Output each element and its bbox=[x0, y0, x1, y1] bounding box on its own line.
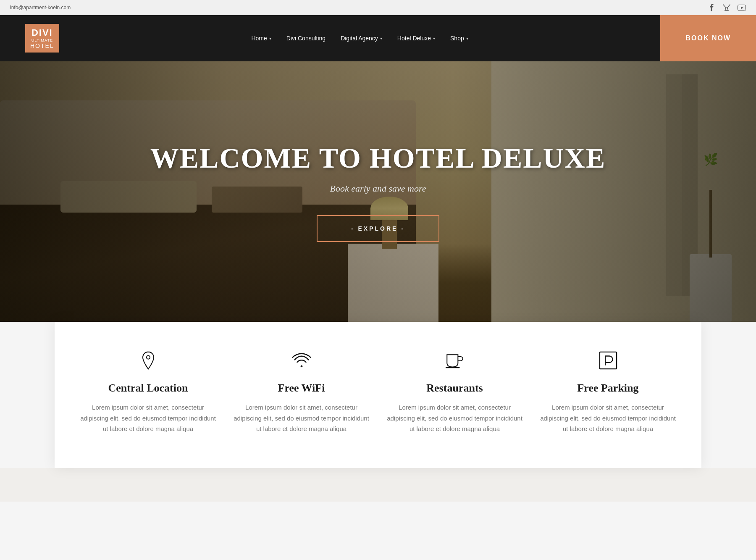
feature-parking-text: Lorem ipsum dolor sit amet, consectetur … bbox=[540, 402, 676, 434]
header: DIVI ULTIMATE HOTEL Home ▾ Divi Consulti… bbox=[0, 15, 756, 61]
svg-point-1 bbox=[146, 356, 150, 359]
email-address: info@apartment-koeln.com bbox=[10, 5, 71, 11]
youtube-icon[interactable] bbox=[738, 3, 746, 12]
hero-subtitle: Book early and save more bbox=[150, 183, 606, 194]
feature-restaurants-title: Restaurants bbox=[386, 382, 523, 394]
book-now-button[interactable]: BOOK NOW bbox=[660, 15, 756, 61]
hero-content: WELCOME TO HOTEL DELUXE Book early and s… bbox=[150, 142, 606, 242]
logo[interactable]: DIVI ULTIMATE HOTEL bbox=[25, 24, 59, 53]
nav-item-shop[interactable]: Shop ▾ bbox=[450, 35, 468, 42]
twitter-icon[interactable] bbox=[722, 3, 731, 12]
feature-parking-title: Free Parking bbox=[540, 382, 676, 394]
bottom-grey-area bbox=[0, 468, 756, 502]
feature-restaurants-text: Lorem ipsum dolor sit amet, consectetur … bbox=[386, 402, 523, 434]
chevron-down-icon: ▾ bbox=[380, 36, 382, 41]
explore-button[interactable]: - EXPLORE - bbox=[317, 215, 439, 242]
svg-rect-3 bbox=[599, 352, 616, 369]
main-nav: Home ▾ Divi Consulting Digital Agency ▾ … bbox=[251, 35, 468, 42]
chevron-down-icon: ▾ bbox=[433, 36, 435, 41]
coffee-cup-icon bbox=[386, 351, 523, 373]
feature-location-text: Lorem ipsum dolor sit amet, consectetur … bbox=[80, 402, 216, 434]
feature-wifi-text: Lorem ipsum dolor sit amet, consectetur … bbox=[233, 402, 370, 434]
logo-hotel-text: HOTEL bbox=[30, 42, 54, 49]
feature-wifi-title: Free WiFi bbox=[233, 382, 370, 394]
wifi-icon bbox=[233, 351, 370, 373]
logo-divi-text: DIVI bbox=[32, 27, 53, 38]
nav-item-hotel-deluxe[interactable]: Hotel Deluxe ▾ bbox=[397, 35, 435, 42]
logo-ultimate-text: ULTIMATE bbox=[32, 38, 53, 42]
hero-title: WELCOME TO HOTEL DELUXE bbox=[150, 142, 606, 175]
feature-location-title: Central Location bbox=[80, 382, 216, 394]
nav-item-digital-agency[interactable]: Digital Agency ▾ bbox=[341, 35, 382, 42]
feature-wifi: Free WiFi Lorem ipsum dolor sit amet, co… bbox=[233, 351, 370, 434]
feature-parking: Free Parking Lorem ipsum dolor sit amet,… bbox=[540, 351, 676, 434]
feature-restaurants: Restaurants Lorem ipsum dolor sit amet, … bbox=[386, 351, 523, 434]
social-links bbox=[707, 3, 746, 12]
hero-section: 🌿 WELCOME TO HOTEL DELUXE Book early and… bbox=[0, 61, 756, 322]
top-bar: info@apartment-koeln.com bbox=[0, 0, 756, 15]
logo-box: DIVI ULTIMATE HOTEL bbox=[25, 24, 59, 53]
feature-location: Central Location Lorem ipsum dolor sit a… bbox=[80, 351, 216, 434]
features-section: Central Location Lorem ipsum dolor sit a… bbox=[55, 322, 701, 468]
chevron-down-icon: ▾ bbox=[466, 36, 468, 41]
nav-item-divi-consulting[interactable]: Divi Consulting bbox=[286, 35, 326, 42]
location-pin-icon bbox=[80, 351, 216, 373]
chevron-down-icon: ▾ bbox=[269, 36, 271, 41]
facebook-icon[interactable] bbox=[707, 3, 716, 12]
parking-square-icon bbox=[540, 351, 676, 373]
nav-item-home[interactable]: Home ▾ bbox=[251, 35, 271, 42]
